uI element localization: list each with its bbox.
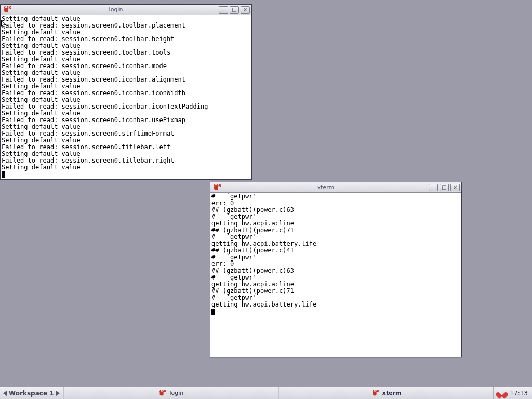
- minimize-button[interactable]: –: [219, 6, 228, 14]
- window-controls: – □ ×: [219, 6, 251, 14]
- system-tray: 17:13: [494, 387, 532, 399]
- beastie-icon: [3, 6, 11, 14]
- task-button-xterm[interactable]: xterm: [278, 387, 494, 399]
- minimize-button[interactable]: –: [429, 184, 438, 191]
- terminal-xterm[interactable]: # `getpwr'err: 0## (gzbatt)(power.c)63# …: [210, 193, 461, 357]
- beastie-icon: [158, 389, 166, 397]
- cursor-block-icon: [2, 171, 5, 178]
- taskbar: Workspace 1 loginxterm 17:13: [0, 387, 532, 399]
- terminal-line: [2, 171, 250, 178]
- cursor-block-icon: [211, 309, 215, 315]
- maximize-button[interactable]: □: [230, 6, 239, 14]
- titlebar-xterm[interactable]: xterm – □ ×: [210, 182, 461, 193]
- window-title: login: [13, 6, 219, 13]
- close-button[interactable]: ×: [450, 184, 460, 191]
- window-controls: – □ ×: [429, 184, 461, 191]
- terminal-line: Setting default value: [2, 164, 250, 171]
- terminal-line: [211, 308, 460, 315]
- terminal-line: getting hw.acpi.battery.life: [211, 301, 460, 308]
- clock: 17:13: [510, 390, 528, 397]
- window-login[interactable]: login – □ × Setting default valueFailed …: [0, 4, 252, 180]
- workspace-prev-icon[interactable]: [3, 391, 7, 396]
- beastie-icon: [212, 183, 221, 192]
- taskbar-tasks: loginxterm: [63, 387, 494, 399]
- window-xterm[interactable]: xterm – □ × # `getpwr'err: 0## (gzbatt)(…: [210, 182, 462, 357]
- maximize-button[interactable]: □: [440, 184, 449, 191]
- close-button[interactable]: ×: [241, 6, 250, 14]
- titlebar-login[interactable]: login – □ ×: [1, 5, 251, 15]
- terminal-line: # `getpwr': [211, 193, 460, 200]
- heart-icon[interactable]: [498, 390, 506, 397]
- workspace-switcher[interactable]: Workspace 1: [0, 387, 63, 399]
- workspace-label: Workspace 1: [9, 390, 54, 397]
- workspace-next-icon[interactable]: [56, 391, 60, 396]
- beastie-icon: [371, 389, 379, 397]
- terminal-login[interactable]: Setting default valueFailed to read: ses…: [1, 15, 251, 179]
- window-title: xterm: [223, 184, 429, 191]
- task-label: login: [169, 390, 183, 396]
- task-label: xterm: [382, 390, 402, 396]
- terminal-line: # `getpwr': [211, 254, 460, 261]
- task-button-login[interactable]: login: [63, 387, 278, 399]
